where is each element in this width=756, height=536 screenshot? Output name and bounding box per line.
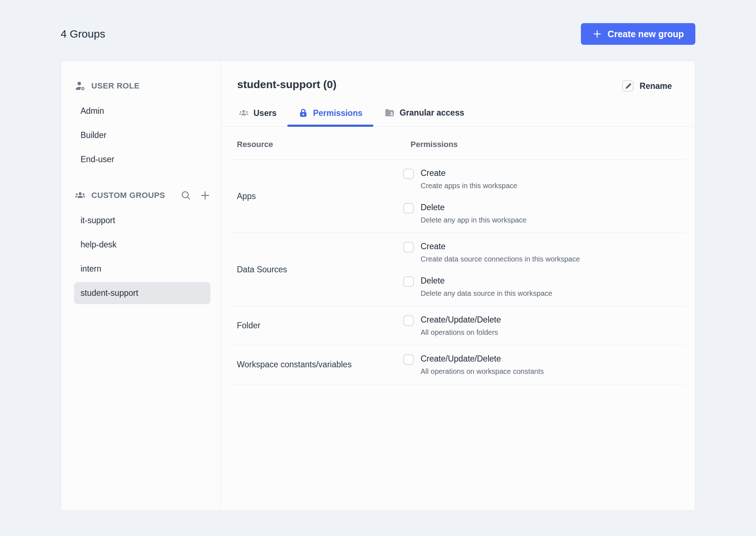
- sidebar-item-student-support[interactable]: student-support: [74, 282, 210, 304]
- permission-label: Create/Update/Delete: [421, 353, 544, 364]
- permission-label: Create/Update/Delete: [421, 314, 501, 325]
- data-sources-delete-checkbox[interactable]: [403, 276, 414, 287]
- resource-label: Apps: [229, 191, 403, 201]
- permission-description: All operations on workspace constants: [421, 367, 544, 376]
- user-role-title: USER ROLE: [91, 81, 140, 91]
- custom-groups-list: it-support help-desk intern student-supp…: [61, 209, 220, 304]
- permission-label: Delete: [421, 202, 527, 213]
- user-role-section: USER ROLE Admin Builder End-user: [61, 78, 220, 170]
- resource-column-header: Resource: [229, 140, 403, 149]
- sidebar-item-it-support[interactable]: it-support: [74, 209, 210, 232]
- permission-description: All operations on folders: [421, 328, 501, 337]
- folder-crud-checkbox[interactable]: [403, 315, 414, 326]
- resource-label: Folder: [229, 321, 403, 330]
- users-icon: [239, 108, 249, 118]
- lock-icon: [298, 108, 308, 118]
- resource-label: Workspace constants/variables: [229, 360, 403, 369]
- plus-icon: [592, 29, 602, 39]
- sidebar-item-admin[interactable]: Admin: [74, 100, 210, 122]
- table-row-apps: Apps Create Create apps in this workspac…: [229, 160, 686, 233]
- permission-label: Create: [421, 168, 517, 178]
- permissions-table-header: Resource Permissions: [229, 127, 686, 160]
- permission-label: Create: [421, 241, 580, 252]
- permission-description: Delete any data source in this workspace: [421, 289, 552, 298]
- permissions-table: Resource Permissions Apps Create Create …: [229, 127, 686, 384]
- table-row-workspace-constants: Workspace constants/variables Create/Upd…: [229, 345, 686, 384]
- table-row-folder: Folder Create/Update/Delete All operatio…: [229, 306, 686, 345]
- search-groups-icon[interactable]: [181, 190, 191, 201]
- sidebar-item-help-desk[interactable]: help-desk: [74, 234, 210, 256]
- custom-groups-section: CUSTOM GROUPS it-support help-desk inter…: [61, 188, 220, 304]
- create-new-group-label: Create new group: [608, 29, 684, 39]
- group-detail-panel: student-support (0) Rename: [221, 61, 695, 510]
- group-detail-header: student-support (0) Rename: [221, 61, 695, 92]
- add-group-icon[interactable]: [199, 190, 211, 201]
- permission-item: Create Create apps in this workspace: [403, 168, 527, 190]
- page-title: 4 Groups: [61, 28, 105, 40]
- create-new-group-button[interactable]: Create new group: [581, 23, 695, 45]
- permission-label: Delete: [421, 275, 552, 286]
- permission-description: Create data source connections in this w…: [421, 254, 580, 264]
- sidebar-item-end-user[interactable]: End-user: [74, 148, 210, 170]
- users-group-icon: [75, 190, 86, 201]
- topbar: 4 Groups Create new group: [0, 0, 756, 46]
- table-row-data-sources: Data Sources Create Create data source c…: [229, 233, 686, 306]
- permissions-column-header: Permissions: [403, 140, 458, 149]
- tab-granular-access[interactable]: Granular access: [373, 107, 475, 126]
- tab-users-label: Users: [253, 108, 277, 118]
- tab-permissions[interactable]: Permissions: [287, 108, 373, 126]
- rename-button[interactable]: Rename: [622, 80, 672, 92]
- sidebar-item-intern[interactable]: intern: [74, 258, 210, 280]
- permission-description: Create apps in this workspace: [421, 181, 517, 190]
- edit-pencil-icon: [622, 80, 634, 92]
- permission-item: Create Create data source connections in…: [403, 241, 580, 264]
- tab-users[interactable]: Users: [237, 108, 287, 126]
- permission-item: Delete Delete any data source in this wo…: [403, 275, 580, 298]
- groups-card: USER ROLE Admin Builder End-user: [61, 61, 695, 511]
- folder-user-icon: [384, 107, 395, 118]
- permission-item: Create/Update/Delete All operations on f…: [403, 314, 501, 337]
- group-title: student-support (0): [237, 78, 336, 91]
- permission-description: Delete any app in this workspace: [421, 215, 527, 225]
- apps-create-checkbox[interactable]: [403, 169, 414, 179]
- permission-item: Create/Update/Delete All operations on w…: [403, 353, 544, 376]
- custom-groups-header: CUSTOM GROUPS: [75, 188, 211, 203]
- user-role-header: USER ROLE: [75, 78, 211, 94]
- resource-label: Data Sources: [229, 265, 403, 275]
- user-gear-icon: [75, 81, 86, 91]
- permission-item: Delete Delete any app in this workspace: [403, 202, 527, 225]
- apps-delete-checkbox[interactable]: [403, 203, 414, 213]
- tab-granular-access-label: Granular access: [400, 108, 464, 118]
- groups-sidebar: USER ROLE Admin Builder End-user: [61, 61, 221, 510]
- group-tabs: Users Permissions: [221, 107, 695, 127]
- user-role-list: Admin Builder End-user: [61, 100, 220, 170]
- sidebar-item-builder[interactable]: Builder: [74, 124, 210, 146]
- rename-label: Rename: [640, 81, 672, 91]
- workspace-constants-crud-checkbox[interactable]: [403, 354, 414, 365]
- custom-groups-title: CUSTOM GROUPS: [91, 191, 165, 200]
- tab-permissions-label: Permissions: [313, 108, 362, 118]
- data-sources-create-checkbox[interactable]: [403, 242, 414, 252]
